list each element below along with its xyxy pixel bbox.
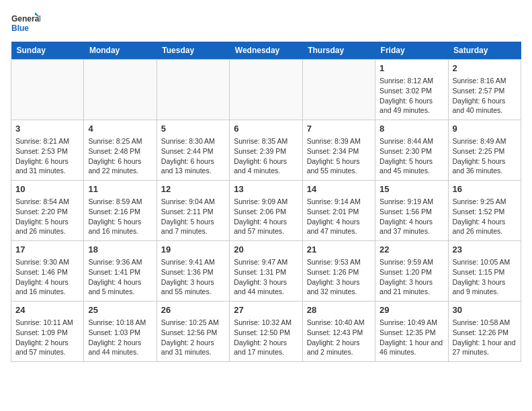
calendar-day: 4Sunrise: 8:25 AM Sunset: 2:48 PM Daylig… [84,120,157,181]
day-number: 17 [15,244,79,256]
day-info: Sunrise: 10:32 AM Sunset: 12:50 PM Dayli… [234,318,298,357]
day-number: 4 [88,123,152,135]
day-number: 27 [234,304,298,316]
day-number: 14 [307,183,371,195]
calendar-day: 15Sunrise: 9:19 AM Sunset: 1:56 PM Dayli… [375,181,448,241]
day-info: Sunrise: 9:19 AM Sunset: 1:56 PM Dayligh… [380,197,443,236]
day-number: 19 [161,244,225,256]
day-info: Sunrise: 8:54 AM Sunset: 2:20 PM Dayligh… [15,197,79,236]
column-header-wednesday: Wednesday [230,42,302,60]
day-info: Sunrise: 8:25 AM Sunset: 2:48 PM Dayligh… [88,136,152,176]
day-info: Sunrise: 10:40 AM Sunset: 12:43 PM Dayli… [307,318,371,357]
calendar-day: 1Sunrise: 8:12 AM Sunset: 3:02 PM Daylig… [375,60,448,120]
column-header-saturday: Saturday [448,42,521,60]
calendar-day: 7Sunrise: 8:39 AM Sunset: 2:34 PM Daylig… [302,120,375,181]
calendar-day: 10Sunrise: 8:54 AM Sunset: 2:20 PM Dayli… [11,181,84,241]
day-number: 12 [161,183,225,195]
day-number: 22 [380,244,443,256]
calendar-day: 28Sunrise: 10:40 AM Sunset: 12:43 PM Day… [302,302,375,362]
calendar-week-3: 10Sunrise: 8:54 AM Sunset: 2:20 PM Dayli… [11,181,521,241]
calendar-day: 14Sunrise: 9:14 AM Sunset: 2:01 PM Dayli… [302,181,375,241]
day-number: 16 [453,183,517,195]
day-info: Sunrise: 10:58 AM Sunset: 12:26 PM Dayli… [453,318,517,357]
svg-text:General: General [11,14,40,24]
day-info: Sunrise: 10:18 AM Sunset: 1:03 PM Daylig… [88,318,152,357]
day-info: Sunrise: 9:41 AM Sunset: 1:36 PM Dayligh… [161,257,225,297]
calendar-day: 19Sunrise: 9:41 AM Sunset: 1:36 PM Dayli… [157,241,229,302]
calendar-day: 12Sunrise: 9:04 AM Sunset: 2:11 PM Dayli… [157,181,229,241]
calendar-day [157,60,229,120]
calendar-week-5: 24Sunrise: 10:11 AM Sunset: 1:09 PM Dayl… [11,302,521,362]
calendar-day: 11Sunrise: 8:59 AM Sunset: 2:16 PM Dayli… [84,181,157,241]
day-number: 7 [307,123,371,135]
day-number: 9 [453,123,517,135]
day-number: 3 [15,123,79,135]
day-info: Sunrise: 9:09 AM Sunset: 2:06 PM Dayligh… [234,197,298,236]
calendar-table: SundayMondayTuesdayWednesdayThursdayFrid… [11,42,521,362]
calendar-header-row: SundayMondayTuesdayWednesdayThursdayFrid… [11,42,521,60]
day-info: Sunrise: 9:59 AM Sunset: 1:20 PM Dayligh… [380,257,443,297]
column-header-thursday: Thursday [302,42,375,60]
day-info: Sunrise: 9:14 AM Sunset: 2:01 PM Dayligh… [307,197,371,236]
day-info: Sunrise: 8:39 AM Sunset: 2:34 PM Dayligh… [307,136,371,176]
column-header-friday: Friday [375,42,448,60]
calendar-day: 26Sunrise: 10:25 AM Sunset: 12:56 PM Day… [157,302,229,362]
day-number: 21 [307,244,371,256]
page-header: General Blue [11,11,521,36]
calendar-day: 20Sunrise: 9:47 AM Sunset: 1:31 PM Dayli… [230,241,302,302]
day-info: Sunrise: 9:30 AM Sunset: 1:46 PM Dayligh… [15,257,79,297]
day-info: Sunrise: 10:11 AM Sunset: 1:09 PM Daylig… [15,318,79,357]
calendar-day: 3Sunrise: 8:21 AM Sunset: 2:53 PM Daylig… [11,120,84,181]
day-info: Sunrise: 9:47 AM Sunset: 1:31 PM Dayligh… [234,257,298,297]
day-number: 23 [453,244,517,256]
column-header-monday: Monday [84,42,157,60]
day-number: 15 [380,183,443,195]
calendar-day: 27Sunrise: 10:32 AM Sunset: 12:50 PM Day… [230,302,302,362]
calendar-day: 2Sunrise: 8:16 AM Sunset: 2:57 PM Daylig… [448,60,521,120]
day-info: Sunrise: 10:25 AM Sunset: 12:56 PM Dayli… [161,318,225,357]
day-info: Sunrise: 9:04 AM Sunset: 2:11 PM Dayligh… [161,197,225,236]
day-number: 11 [88,183,152,195]
calendar-day: 21Sunrise: 9:53 AM Sunset: 1:26 PM Dayli… [302,241,375,302]
svg-text:Blue: Blue [11,24,29,33]
day-info: Sunrise: 10:49 AM Sunset: 12:35 PM Dayli… [380,318,443,357]
day-number: 8 [380,123,443,135]
day-info: Sunrise: 8:44 AM Sunset: 2:30 PM Dayligh… [380,136,443,176]
calendar-day [84,60,157,120]
calendar-day: 8Sunrise: 8:44 AM Sunset: 2:30 PM Daylig… [375,120,448,181]
calendar-day [11,60,84,120]
day-number: 5 [161,123,225,135]
calendar-week-4: 17Sunrise: 9:30 AM Sunset: 1:46 PM Dayli… [11,241,521,302]
calendar-day: 24Sunrise: 10:11 AM Sunset: 1:09 PM Dayl… [11,302,84,362]
day-number: 24 [15,304,79,316]
day-info: Sunrise: 8:21 AM Sunset: 2:53 PM Dayligh… [15,136,79,176]
day-info: Sunrise: 8:59 AM Sunset: 2:16 PM Dayligh… [88,197,152,236]
day-number: 30 [453,304,517,316]
calendar-day: 16Sunrise: 9:25 AM Sunset: 1:52 PM Dayli… [448,181,521,241]
day-number: 25 [88,304,152,316]
day-number: 2 [453,62,517,75]
column-header-sunday: Sunday [11,42,84,60]
day-info: Sunrise: 8:30 AM Sunset: 2:44 PM Dayligh… [161,136,225,176]
day-number: 26 [161,304,225,316]
logo: General Blue [11,11,40,36]
calendar-day: 23Sunrise: 10:05 AM Sunset: 1:15 PM Dayl… [448,241,521,302]
day-info: Sunrise: 8:16 AM Sunset: 2:57 PM Dayligh… [453,76,517,116]
column-header-tuesday: Tuesday [157,42,229,60]
calendar-day: 22Sunrise: 9:59 AM Sunset: 1:20 PM Dayli… [375,241,448,302]
day-info: Sunrise: 8:49 AM Sunset: 2:25 PM Dayligh… [453,136,517,176]
day-info: Sunrise: 9:25 AM Sunset: 1:52 PM Dayligh… [453,197,517,236]
calendar-day [230,60,302,120]
day-number: 6 [234,123,298,135]
calendar-day: 9Sunrise: 8:49 AM Sunset: 2:25 PM Daylig… [448,120,521,181]
day-number: 28 [307,304,371,316]
day-info: Sunrise: 9:36 AM Sunset: 1:41 PM Dayligh… [88,257,152,297]
day-number: 1 [380,62,443,75]
day-number: 29 [380,304,443,316]
day-number: 10 [15,183,79,195]
calendar-day: 5Sunrise: 8:30 AM Sunset: 2:44 PM Daylig… [157,120,229,181]
day-number: 18 [88,244,152,256]
day-number: 20 [234,244,298,256]
logo-svg: General Blue [11,11,40,36]
day-info: Sunrise: 8:35 AM Sunset: 2:39 PM Dayligh… [234,136,298,176]
